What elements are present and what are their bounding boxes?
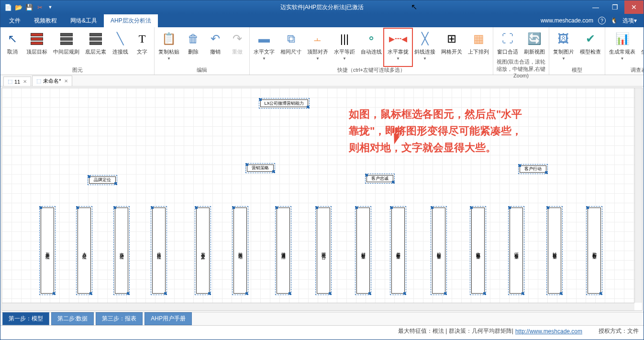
menu-ahp[interactable]: AHP层次分析法 — [104, 14, 158, 27]
tab-step3[interactable]: 第三步：报表 — [96, 312, 143, 325]
vertical-scrollbar[interactable] — [634, 88, 642, 303]
tab-step1[interactable]: 第一步：模型 — [2, 312, 49, 325]
undo-button[interactable]: ↶撤销 — [204, 29, 226, 66]
icon-open[interactable]: 📂 — [15, 3, 22, 11]
close-icon[interactable]: ✕ — [64, 78, 68, 84]
leaf-node[interactable]: 收藏数量 — [471, 208, 485, 294]
cube-icon: ⬚ — [36, 78, 41, 84]
penguin-icon[interactable]: 🐧 — [611, 17, 618, 24]
refresh-view-button[interactable]: 🔄刷新视图 — [521, 29, 548, 57]
minimize-button[interactable]: — — [586, 0, 605, 14]
cube-icon: ⬚ — [8, 78, 12, 85]
fit-window-button[interactable]: ⛶窗口合适 — [494, 29, 521, 57]
leaf-node[interactable]: 发布文案 — [196, 208, 210, 294]
heq-button[interactable]: |||水平等距▼ — [331, 29, 358, 66]
website-link[interactable]: www.meshcade.com — [541, 17, 593, 24]
tab-manual[interactable]: AHP用户手册 — [144, 312, 192, 325]
leaf-node[interactable]: 人群定位 — [78, 208, 91, 294]
leaf-node[interactable]: 市场定位 — [115, 208, 128, 294]
horizontal-scrollbar[interactable] — [2, 303, 634, 310]
leaf-node[interactable]: 粉丝数量 — [432, 208, 445, 294]
top-layer-button[interactable]: 顶层目标 — [23, 29, 50, 66]
copy-image-button[interactable]: 🖼复制图片▼ — [550, 29, 577, 66]
tab-step2[interactable]: 第二步:数据 — [51, 312, 94, 325]
mid-layer-button[interactable]: 中间层规则 — [50, 29, 82, 66]
icon-save[interactable]: 💾 — [25, 3, 33, 11]
connector-button[interactable]: ╲连接线 — [109, 29, 131, 66]
group-label: 快捷（ctrl+左键可连续多选） — [251, 66, 492, 75]
dropdown-icon[interactable]: ▼ — [46, 3, 54, 11]
options-button[interactable]: 选项▾ — [622, 17, 637, 25]
status-url[interactable]: http://www.meshcade.com — [515, 328, 582, 335]
icon-tool[interactable]: ✂ — [36, 3, 44, 11]
group-label: 模型 — [550, 66, 604, 75]
node-l2b[interactable]: 营销策略 — [247, 165, 274, 172]
window-title: 迈实软件|AHP层次分析法|已激活 — [280, 3, 364, 11]
doc-tab-1[interactable]: ⬚11✕ — [3, 77, 31, 86]
connector-lines — [2, 88, 145, 160]
text-button[interactable]: T文字 — [131, 29, 153, 66]
titlebar: 📄 📂 💾 ✂ ▼ 迈实软件|AHP层次分析法|已激活 ↖ — ❐ ✕ — [0, 0, 644, 14]
node-l2d[interactable]: 客户行动 — [520, 165, 546, 173]
leaf-node[interactable]: 转发数量 — [548, 208, 561, 294]
model-check-button[interactable]: ✔模型检查 — [577, 29, 604, 66]
menu-video[interactable]: 视频教程 — [27, 14, 64, 27]
diagram-canvas[interactable]: LX公司微博营销能力 品牌定位 营销策略 客户忠诚 客户行动 形象定位人群定位市… — [2, 88, 634, 303]
annotation-line-1: 如图，鼠标框选各图元，然后点"水平 — [349, 107, 522, 121]
redo-button[interactable]: ↷重做 — [226, 29, 248, 66]
icon-new[interactable]: 📄 — [4, 3, 12, 11]
status-bar: 最大特征值：根法 | 群决策：几何平均群矩阵| http://www.meshc… — [0, 325, 644, 337]
copy-paste-button[interactable]: 📋复制粘贴▼ — [155, 29, 182, 66]
diagonal-button[interactable]: ╳斜线连接▼ — [411, 29, 438, 66]
leaf-node[interactable]: 购买数量 — [588, 208, 601, 294]
status-auth: 授权方式：文件 — [599, 327, 639, 335]
close-icon[interactable]: ✕ — [23, 79, 27, 84]
group-label: 视图(双击合适，滚轮缩放，中键拖屏,右键Zoom) — [494, 57, 548, 79]
node-l2a[interactable]: 品牌定位 — [89, 176, 116, 184]
close-button[interactable]: ✕ — [624, 0, 644, 14]
menu-net[interactable]: 网络&工具 — [64, 14, 104, 27]
cancel-button[interactable]: ↖取消 — [1, 29, 23, 66]
node-root[interactable]: LX公司微博营销能力 — [260, 99, 308, 107]
vsort-button[interactable]: ▦上下排列 — [465, 29, 492, 66]
group-label: 编辑 — [155, 66, 248, 75]
h-close-button[interactable]: ▸┄◂水平靠拢▼ — [385, 29, 411, 66]
help-icon[interactable]: ? — [598, 17, 606, 24]
top-align-button[interactable]: ⫠顶部对齐▼ — [304, 29, 331, 66]
menubar: 文件 视频教程 网络&工具 AHP层次分析法 www.meshcade.com … — [0, 14, 644, 27]
leaf-node[interactable]: 价格定位 — [152, 208, 166, 294]
leaf-node[interactable]: 微博直播 — [277, 208, 290, 294]
auto-connect-button[interactable]: ⚬自动连线 — [358, 29, 385, 66]
annotation-line-2: 靠拢"，即将图形变得尽可能紧凑些， — [349, 124, 522, 138]
canvas-area: LX公司微博营销能力 品牌定位 营销策略 客户忠诚 客户行动 形象定位人群定位市… — [1, 88, 643, 311]
gen-rules-button[interactable]: 📊生成常规表▼ — [606, 29, 638, 66]
status-text: 最大特征值：根法 | 群决策：几何平均群矩阵| — [398, 327, 513, 335]
bot-layer-button[interactable]: 底层元素 — [82, 29, 109, 66]
leaf-node[interactable]: 抽奖活动 — [233, 208, 247, 294]
leaf-node[interactable]: 明星代言 — [317, 208, 330, 294]
same-size-button[interactable]: ⧉相同尺寸 — [278, 29, 304, 66]
gen-web-button[interactable]: 🌐生成网调表▼ — [638, 29, 644, 66]
node-l2c[interactable]: 客户忠诚 — [366, 175, 393, 182]
group-label: 图元 — [1, 66, 153, 75]
annotation-line-3: 则相对地，文字就会显得大些。 — [349, 141, 496, 155]
grid-toggle-button[interactable]: ⊞网格开关 — [438, 29, 465, 66]
maximize-button[interactable]: ❐ — [605, 0, 624, 14]
svg-line-0 — [102, 107, 145, 160]
leaf-node[interactable]: 评论数量 — [510, 208, 523, 294]
bottom-tabs: 第一步：模型 第二步:数据 第三步：报表 AHP用户手册 — [0, 312, 644, 325]
htext-button[interactable]: ▬水平文字▼ — [251, 29, 278, 66]
doc-tab-2[interactable]: ⬚未命名*✕ — [32, 76, 72, 86]
menu-file[interactable]: 文件 — [2, 14, 27, 27]
delete-button[interactable]: 🗑删除 — [182, 29, 204, 66]
ribbon: ↖取消 顶层目标 中间层规则 底层元素 ╲连接线 T文字 图元 📋复制粘贴▼ 🗑… — [0, 27, 644, 75]
group-label: 调查表 — [606, 66, 644, 75]
leaf-node[interactable]: 好评数量 — [356, 208, 370, 294]
leaf-node[interactable]: 差评数量 — [391, 208, 405, 294]
mouse-cursor-icon: ↖ — [411, 2, 417, 11]
leaf-node[interactable]: 形象定位 — [41, 208, 54, 294]
